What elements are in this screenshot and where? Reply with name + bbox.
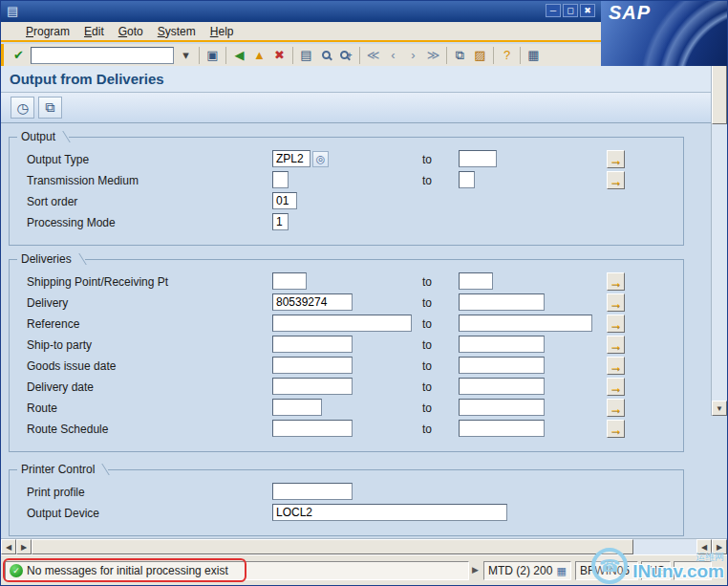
create-shortcut-button[interactable]: ▨ [470, 45, 490, 65]
multiple-selection-delivery-button[interactable]: → [607, 293, 625, 312]
to-label: to [422, 380, 432, 394]
to-label: to [422, 174, 432, 187]
field-goods-issue-date[interactable] [272, 357, 353, 374]
horizontal-scrollbar-track [633, 539, 696, 554]
scroll-right-end-icon[interactable]: ▶ [712, 539, 727, 554]
field-reference[interactable] [272, 315, 412, 332]
minimize-button[interactable]: ─ [546, 4, 561, 17]
new-session-icon: ⧉ [456, 48, 464, 63]
possible-entries-icon[interactable]: ◎ [312, 151, 329, 167]
to-label: to [422, 338, 432, 352]
previous-page-button[interactable]: ‹ [383, 45, 403, 65]
menu-goto[interactable]: Goto [118, 25, 143, 38]
toolbar-separator [446, 47, 447, 64]
group-title-diagonal [96, 464, 110, 475]
enter-button[interactable]: ✔ [9, 45, 29, 65]
field-delivery-date-to[interactable] [459, 378, 545, 395]
field-ship-to-party[interactable] [272, 336, 353, 353]
field-delivery-date[interactable] [272, 378, 353, 395]
field-print-profile[interactable] [272, 483, 353, 500]
field-output-type-to[interactable] [459, 150, 497, 167]
horizontal-scrollbar-thumb[interactable] [32, 539, 633, 554]
field-sort-order[interactable] [272, 192, 297, 209]
find-button[interactable] [316, 45, 336, 65]
field-transmission-medium-to[interactable] [459, 171, 475, 188]
field-goods-issue-date-to[interactable] [459, 357, 545, 374]
multiple-selection-icon: → [610, 402, 623, 415]
customize-layout-button[interactable]: ▦ [524, 45, 544, 65]
find-next-button[interactable]: + [336, 45, 356, 65]
field-output-type[interactable] [272, 150, 310, 167]
field-label-delivery-date: Delivery date [27, 380, 94, 394]
toolbar-separator [225, 47, 226, 64]
last-page-button[interactable]: ≫ [423, 45, 443, 65]
field-row-delivery: Deliveryto→ [10, 293, 683, 314]
cancel-button[interactable]: ✖ [269, 45, 289, 65]
scroll-down-icon[interactable]: ▼ [712, 401, 727, 416]
field-row-goods-issue-date: Goods issue dateto→ [10, 356, 683, 377]
next-page-button[interactable]: › [403, 45, 423, 65]
multiple-selection-delivery-date-button[interactable]: → [607, 378, 625, 396]
first-page-button[interactable]: ≪ [363, 45, 383, 65]
scroll-left-icon[interactable]: ◀ [1, 539, 16, 554]
multiple-selection-output-type-button[interactable]: → [607, 150, 625, 168]
get-variant-button[interactable]: ⧉ [38, 97, 62, 119]
field-shipping-point-receiving-pt-to[interactable] [459, 272, 493, 290]
status-system-field: ▦ MTD (2) 200 [483, 561, 571, 580]
menu-system[interactable]: System [158, 25, 196, 38]
multiple-selection-goods-issue-date-button[interactable]: → [607, 357, 625, 375]
multiple-selection-icon: → [610, 338, 623, 352]
field-route-schedule[interactable] [272, 420, 353, 437]
help-button[interactable]: ? [497, 45, 517, 65]
menu-help[interactable]: Help [210, 25, 234, 38]
multiple-selection-icon: → [610, 153, 623, 166]
multiple-selection-shipping-point-receiving-pt-button[interactable]: → [607, 272, 625, 291]
new-session-button[interactable]: ⧉ [450, 45, 470, 65]
magnifier-icon [322, 51, 331, 59]
menu-program[interactable]: Program [26, 25, 70, 38]
sap-brand-text: SAP [609, 2, 651, 24]
toolbar-separator [199, 47, 200, 64]
field-output-device[interactable] [272, 504, 507, 521]
print-button[interactable]: ▤ [296, 45, 316, 65]
multiple-selection-reference-button[interactable]: → [607, 315, 625, 333]
command-history-button[interactable]: ▾ [176, 45, 196, 65]
toolbar-separator [359, 47, 360, 64]
field-route-to[interactable] [459, 399, 545, 416]
save-button[interactable]: ▣ [203, 45, 223, 65]
field-label-output-type: Output Type [27, 153, 89, 166]
restore-button[interactable]: ◻ [563, 4, 578, 17]
multiple-selection-ship-to-party-button[interactable]: → [607, 336, 625, 354]
field-delivery-to[interactable] [459, 293, 545, 311]
close-button[interactable]: ✖ [580, 4, 595, 17]
multiple-selection-route-schedule-button[interactable]: → [607, 420, 625, 438]
field-shipping-point-receiving-pt[interactable] [272, 272, 307, 290]
field-processing-mode[interactable] [272, 213, 289, 230]
back-button[interactable]: ◀ [229, 45, 249, 65]
toolbar-accent [1, 44, 4, 66]
field-route[interactable] [272, 399, 322, 416]
multiple-selection-icon: → [610, 423, 623, 436]
magnifier-icon [340, 51, 349, 59]
group-output: OutputOutput Type◎to→Transmission Medium… [9, 137, 684, 246]
field-transmission-medium[interactable] [272, 171, 289, 188]
next-page-icon: › [411, 48, 415, 62]
scroll-right-icon[interactable]: ▶ [16, 539, 32, 554]
field-label-route: Route [27, 402, 57, 415]
field-route-schedule-to[interactable] [459, 420, 545, 437]
command-field[interactable] [31, 47, 174, 64]
field-delivery[interactable] [272, 293, 353, 311]
sap-logo: SAP [601, 1, 727, 66]
exit-button[interactable]: ▲ [249, 45, 269, 65]
execute-button[interactable]: ◷ [11, 97, 34, 119]
help-icon: ? [503, 48, 510, 62]
field-reference-to[interactable] [459, 315, 592, 332]
system-menu-icon[interactable]: ▤ [7, 4, 18, 18]
status-expand-icon[interactable]: ▶ [472, 565, 479, 575]
field-ship-to-party-to[interactable] [459, 336, 545, 353]
menu-edit[interactable]: Edit [84, 25, 104, 38]
scroll-left-end-icon[interactable]: ◀ [696, 539, 712, 554]
menu-bar: ProgramEditGotoSystemHelp [1, 22, 603, 42]
multiple-selection-transmission-medium-button[interactable]: → [607, 171, 625, 189]
multiple-selection-route-button[interactable]: → [607, 399, 625, 417]
